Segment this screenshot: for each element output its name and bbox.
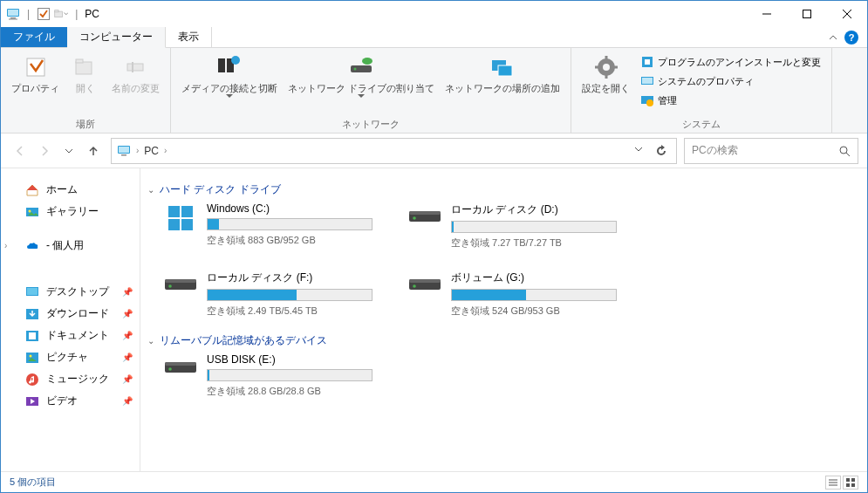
media-label: メディアの接続と切断 [181, 83, 277, 94]
settings-button[interactable]: 設定を開く [578, 51, 633, 96]
chevron-down-icon: ⌄ [147, 185, 154, 195]
properties-button[interactable]: プロパティ [8, 51, 63, 96]
ribbon-group-network-label: ネットワーク [178, 116, 564, 131]
address-bar[interactable]: › PC › [111, 138, 677, 164]
open-icon [72, 53, 99, 81]
map-drive-button[interactable]: ネットワーク ドライブの割り当て [284, 51, 438, 100]
svg-rect-12 [76, 62, 92, 74]
sidebar-pictures-label: ピクチャ [46, 350, 88, 365]
minimize-button[interactable] [747, 1, 787, 27]
nav-row: › PC › PCの検索 [1, 134, 867, 168]
desktop-icon [25, 285, 39, 299]
pin-icon: 📌 [122, 331, 133, 340]
drive-item[interactable]: USB DISK (E:)空き領域 28.8 GB/28.8 GB [163, 353, 372, 398]
group-hdd-label: ハード ディスク ドライブ [160, 182, 281, 197]
view-details-button[interactable] [825, 476, 841, 490]
svg-rect-71 [846, 478, 850, 482]
sidebar-item-pictures[interactable]: ピクチャ 📌 [1, 346, 140, 368]
svg-rect-52 [168, 206, 180, 217]
sidebar-item-home[interactable]: ホーム [1, 179, 140, 201]
videos-icon [25, 394, 39, 408]
svg-rect-31 [645, 59, 650, 65]
map-drive-label: ネットワーク ドライブの割り当て [288, 83, 434, 94]
sidebar: ホーム ギャラリー › - 個人用 デスクトップ 📌 ダウンロード 📌 ドキュメ… [1, 168, 140, 471]
sidebar-music-label: ミュージック [46, 372, 109, 387]
help-icon[interactable]: ? [844, 31, 858, 45]
svg-point-64 [413, 284, 416, 288]
uninstall-button[interactable]: プログラムのアンインストールと変更 [637, 53, 824, 71]
pin-icon: 📌 [122, 353, 133, 362]
drive-item[interactable]: ボリューム (G:)空き領域 524 GB/953 GB [407, 270, 617, 318]
up-button[interactable] [86, 144, 100, 158]
home-icon [25, 183, 39, 197]
drive-item[interactable]: ローカル ディスク (D:)空き領域 7.27 TB/7.27 TB [407, 202, 617, 250]
view-tiles-button[interactable] [843, 476, 858, 490]
svg-point-58 [413, 216, 416, 220]
group-header-removable[interactable]: ⌄ リムーバブル記憶域があるデバイス [147, 330, 860, 353]
svg-point-50 [26, 373, 38, 386]
sidebar-item-personal[interactable]: › - 個人用 [1, 235, 140, 257]
pictures-icon [25, 351, 39, 365]
pin-icon: 📌 [122, 287, 133, 297]
refresh-button[interactable] [655, 145, 667, 157]
checkbox-icon[interactable] [37, 7, 51, 21]
tab-computer[interactable]: コンピューター [67, 27, 166, 48]
ribbon-group-location: プロパティ 開く 名前の変更 場所 [1, 48, 171, 133]
settings-icon [592, 53, 620, 81]
sidebar-item-downloads[interactable]: ダウンロード 📌 [1, 303, 140, 325]
svg-rect-8 [803, 10, 811, 18]
close-button[interactable] [827, 1, 867, 27]
rename-button[interactable]: 名前の変更 [108, 51, 163, 96]
tab-file[interactable]: ファイル [1, 27, 67, 47]
drive-icon [407, 270, 442, 318]
address-dropdown-icon[interactable] [634, 145, 643, 157]
sidebar-item-documents[interactable]: ドキュメント 📌 [1, 325, 140, 346]
drive-free-text: 空き領域 2.49 TB/5.45 TB [207, 305, 372, 318]
rename-icon [122, 53, 150, 81]
sidebar-item-gallery[interactable]: ギャラリー [1, 201, 140, 223]
gallery-icon [25, 205, 39, 219]
svg-rect-74 [851, 483, 855, 487]
status-item-count: 5 個の項目 [10, 476, 56, 489]
svg-rect-6 [55, 10, 58, 12]
collapse-ribbon-icon[interactable] [829, 33, 837, 42]
svg-point-18 [231, 56, 240, 65]
expand-icon[interactable]: › [4, 241, 7, 250]
drive-icon [163, 202, 198, 250]
forward-button[interactable] [38, 144, 51, 158]
svg-point-20 [354, 68, 357, 71]
svg-point-35 [646, 99, 653, 106]
svg-rect-14 [127, 64, 143, 71]
pin-icon: 📌 [122, 374, 133, 384]
sidebar-item-videos[interactable]: ビデオ 📌 [1, 390, 140, 412]
search-input[interactable]: PCの検索 [684, 138, 858, 164]
drive-icon [163, 270, 198, 318]
sidebar-item-music[interactable]: ミュージック 📌 [1, 368, 140, 390]
drive-free-text: 空き領域 524 GB/953 GB [451, 305, 617, 318]
back-button[interactable] [13, 144, 27, 158]
svg-rect-29 [613, 66, 618, 69]
tab-view[interactable]: 表示 [166, 27, 212, 47]
uninstall-label: プログラムのアンインストールと変更 [658, 56, 821, 69]
drive-name: ローカル ディスク (D:) [451, 202, 617, 217]
breadcrumb-pc[interactable]: PC [144, 145, 159, 157]
group-header-hdd[interactable]: ⌄ ハード ディスク ドライブ [147, 179, 860, 202]
sys-props-button[interactable]: システムのプロパティ [637, 72, 824, 90]
titlebar: | | PC [1, 1, 867, 27]
breadcrumb-sep-0[interactable]: › [136, 146, 139, 155]
drive-item[interactable]: Windows (C:)空き領域 883 GB/952 GB [163, 202, 372, 250]
svg-rect-4 [38, 9, 50, 20]
sidebar-item-desktop[interactable]: デスクトップ 📌 [1, 281, 140, 303]
ribbon-group-network: メディアの接続と切断 ネットワーク ドライブの割り当て ネットワークの場所の追加… [171, 48, 571, 133]
manage-button[interactable]: 管理 [637, 92, 824, 109]
maximize-button[interactable] [787, 1, 827, 27]
open-button[interactable]: 開く [66, 51, 105, 96]
recent-dropdown[interactable] [62, 144, 76, 158]
breadcrumb-sep-1[interactable]: › [164, 146, 167, 155]
group-removable-label: リムーバブル記憶域があるデバイス [160, 333, 327, 348]
drive-item[interactable]: ローカル ディスク (F:)空き領域 2.49 TB/5.45 TB [163, 270, 372, 318]
sidebar-videos-label: ビデオ [46, 394, 78, 408]
add-location-button[interactable]: ネットワークの場所の追加 [441, 51, 564, 96]
folder-dropdown-icon[interactable] [54, 7, 68, 21]
media-button[interactable]: メディアの接続と切断 [178, 51, 281, 100]
